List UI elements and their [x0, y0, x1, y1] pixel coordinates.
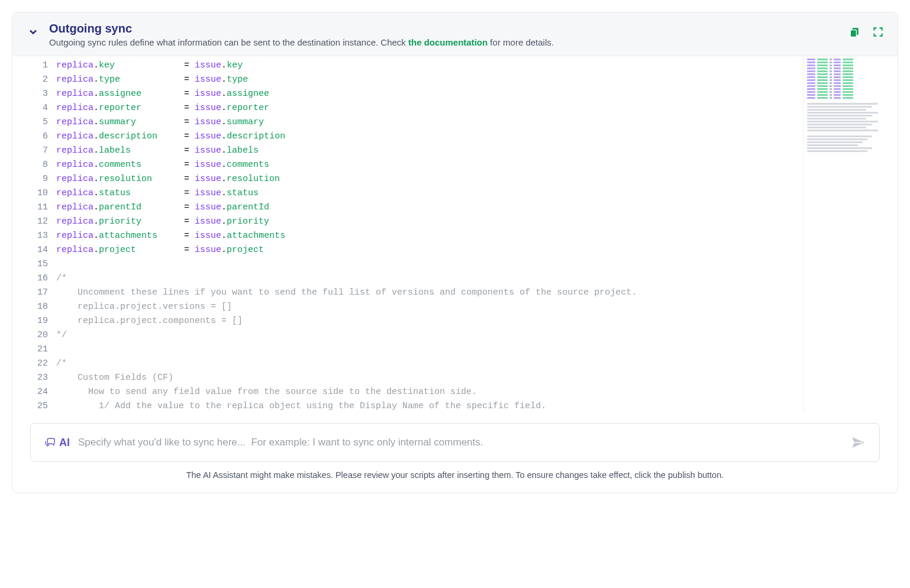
subtitle-pre: Outgoing sync rules define what informat…: [49, 37, 408, 47]
panel-header: Outgoing sync Outgoing sync rules define…: [12, 12, 898, 56]
header-actions: [848, 25, 885, 38]
code-line: replica.resolution = issue.resolution: [56, 172, 803, 186]
code-line: replica.project.versions = []: [56, 300, 803, 314]
header-text: Outgoing sync Outgoing sync rules define…: [49, 21, 840, 47]
copy-icon: [848, 26, 860, 38]
svg-rect-1: [850, 30, 856, 37]
minimap[interactable]: [803, 56, 898, 411]
code-line: /*: [56, 272, 803, 286]
ai-label-text: AI: [59, 437, 70, 449]
code-line: replica.attachments = issue.attachments: [56, 229, 803, 243]
code-line: Custom Fields (CF): [56, 371, 803, 385]
ai-send-button[interactable]: [850, 434, 866, 451]
ai-input-box: AI: [30, 423, 880, 462]
code-line: Uncomment these lines if you want to sen…: [56, 286, 803, 300]
code-line: replica.summary = issue.summary: [56, 115, 803, 130]
code-line: replica.priority = issue.priority: [56, 215, 803, 229]
line-gutter: 1234567891011121314151617181920212223242…: [12, 56, 54, 411]
code-line: [56, 343, 803, 357]
expand-icon: [872, 26, 884, 38]
fullscreen-button[interactable]: [872, 25, 885, 38]
code-line: replica.description = issue.description: [56, 130, 803, 144]
code-line: replica.parentId = issue.parentId: [56, 201, 803, 215]
collapse-toggle[interactable]: [25, 24, 41, 40]
code-line: /*: [56, 357, 803, 371]
code-line: [56, 257, 803, 272]
code-line: replica.reporter = issue.reporter: [56, 101, 803, 115]
panel-subtitle: Outgoing sync rules define what informat…: [49, 37, 840, 47]
code-line: replica.assignee = issue.assignee: [56, 87, 803, 101]
ai-disclaimer: The AI Assistant might make mistakes. Pl…: [30, 470, 880, 480]
code-area[interactable]: replica.key = issue.keyreplica.type = is…: [54, 56, 803, 411]
ai-prompt-input[interactable]: [78, 437, 841, 448]
code-line: replica.comments = issue.comments: [56, 158, 803, 172]
ai-label: AI: [44, 437, 70, 449]
code-line: replica.project = issue.project: [56, 243, 803, 257]
code-line: replica.key = issue.key: [56, 59, 803, 73]
code-line: replica.project.components = []: [56, 314, 803, 328]
code-line: replica.labels = issue.labels: [56, 144, 803, 158]
copy-button[interactable]: [848, 25, 861, 38]
documentation-link[interactable]: the documentation: [408, 37, 488, 47]
chevron-down-icon: [27, 26, 39, 38]
code-line: replica.type = issue.type: [56, 73, 803, 87]
code-editor[interactable]: 1234567891011121314151617181920212223242…: [12, 56, 898, 411]
code-line: 1/ Add the value to the replica object u…: [56, 399, 803, 411]
code-line: replica.status = issue.status: [56, 186, 803, 201]
panel-title: Outgoing sync: [49, 21, 840, 36]
outgoing-sync-panel: Outgoing sync Outgoing sync rules define…: [12, 12, 898, 493]
ai-assistant-zone: AI The AI Assistant might make mistakes.…: [12, 411, 898, 493]
code-line: How to send any field value from the sou…: [56, 385, 803, 399]
chat-icon: [44, 437, 56, 448]
code-line: */: [56, 328, 803, 343]
subtitle-post: for more details.: [488, 37, 554, 47]
send-icon: [851, 435, 865, 450]
